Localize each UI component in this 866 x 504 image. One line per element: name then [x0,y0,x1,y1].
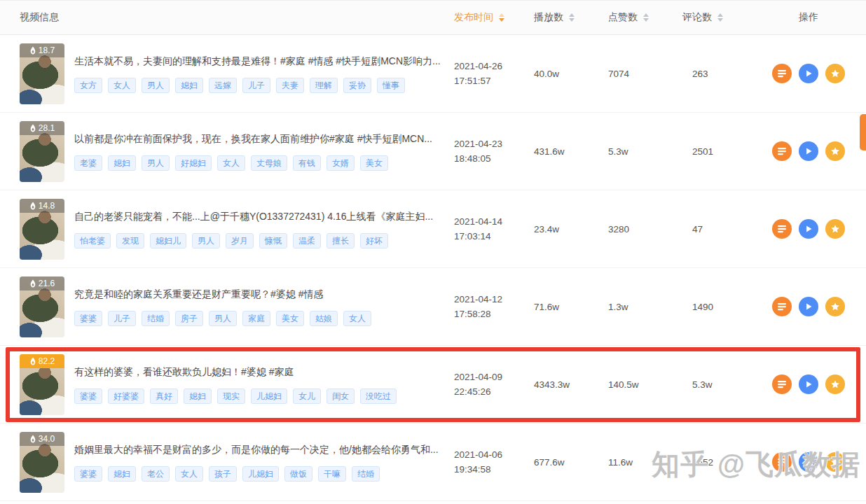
video-title[interactable]: 究竟是和睦的家庭关系重要还是财产重要呢？#婆媳 #情感 [74,288,371,300]
video-tag[interactable]: 远嫁 [209,78,237,93]
video-tag[interactable]: 好婆婆 [108,388,144,404]
video-thumbnail[interactable]: 18.7 [20,43,64,104]
video-tag[interactable]: 好坏 [360,233,388,248]
video-tag[interactable]: 有钱 [293,155,321,171]
video-tag[interactable]: 妥协 [343,78,371,93]
data-detail-button[interactable] [772,141,792,161]
edge-drawer-tab[interactable] [860,114,866,150]
video-tag[interactable]: 真好 [150,388,178,404]
column-header-publish-time[interactable]: 发布时间 [454,11,534,24]
data-list-icon [777,146,787,156]
video-tag[interactable]: 儿子 [108,311,136,326]
favorite-button[interactable] [825,64,845,83]
video-tag[interactable]: 女儿 [293,388,321,404]
video-tag[interactable]: 懂事 [377,78,405,93]
video-tag[interactable]: 老公 [142,466,170,482]
video-tag[interactable]: 怕老婆 [74,233,111,248]
play-video-button[interactable] [799,64,818,83]
video-tag[interactable]: 好媳妇 [175,155,212,171]
video-tag[interactable]: 媳妇 [184,388,212,404]
column-header-play-count[interactable]: 播放数 [534,11,608,24]
video-tag[interactable]: 女人 [217,155,245,171]
favorite-button[interactable] [825,452,845,472]
video-tag[interactable]: 姑娘 [310,311,338,326]
play-video-button[interactable] [799,219,818,239]
data-detail-button[interactable] [772,64,792,83]
video-tag[interactable]: 擅长 [327,233,355,248]
video-tag[interactable]: 媳妇 [108,466,136,482]
video-tag[interactable]: 媳妇 [108,155,136,171]
video-tag[interactable]: 慷慨 [259,233,287,248]
video-tag[interactable]: 儿媳妇 [242,466,279,482]
video-tag[interactable]: 男人 [209,311,237,326]
video-tag[interactable]: 夫妻 [276,78,304,93]
sort-caret-icon[interactable] [717,13,723,22]
video-title[interactable]: 生活本就不易，夫妻间的理解和支持最是难得！#家庭 #情感 #快手短剧MCN影响力… [74,55,441,67]
data-detail-button[interactable] [772,374,792,394]
video-tag[interactable]: 男人 [192,233,220,248]
sort-caret-icon[interactable] [569,13,575,22]
video-thumbnail[interactable]: 28.1 [20,121,64,182]
video-tag[interactable]: 发现 [116,233,144,248]
sort-caret-icon[interactable] [499,13,504,22]
video-tag[interactable]: 老婆 [74,155,102,171]
video-tag[interactable]: 女婿 [327,155,355,171]
video-tag[interactable]: 媳妇 [175,78,203,93]
video-title[interactable]: 自己的老婆只能宠着，不能...上@于千穗Y(O1337272431) 4.16上… [74,210,433,223]
heat-badge: 34.0 [20,432,64,446]
video-tag[interactable]: 房子 [175,311,203,326]
video-tag[interactable]: 儿子 [242,78,270,93]
video-tag[interactable]: 家庭 [242,311,270,326]
video-tag[interactable]: 理解 [310,78,338,93]
favorite-button[interactable] [825,219,845,239]
sort-caret-icon[interactable] [643,13,649,22]
video-title[interactable]: 婚姻里最大的幸福不是财富的多少，而是你做的每一个决定，他/她都会给你勇气和... [74,443,439,456]
video-thumbnail[interactable]: 14.8 [20,199,64,260]
video-tag[interactable]: 丈母娘 [251,155,287,171]
video-thumbnail[interactable]: 21.6 [20,276,64,337]
video-tag[interactable]: 干嘛 [318,466,346,482]
video-tag[interactable]: 孩子 [209,466,237,482]
publish-clock: 19:34:58 [454,462,534,477]
data-detail-button[interactable] [772,297,792,316]
column-header-like-count[interactable]: 点赞数 [608,11,682,24]
video-title[interactable]: 有这样的婆婆，看谁还敢欺负儿媳妇！#婆媳 #家庭 [74,365,397,378]
video-tag[interactable]: 儿媳妇 [251,388,287,404]
play-video-button[interactable] [799,141,818,161]
video-thumbnail[interactable]: 82.2 [20,354,64,415]
video-tag[interactable]: 女人 [343,311,371,326]
video-tag[interactable]: 美女 [360,155,388,171]
video-tag[interactable]: 婆婆 [74,466,102,482]
video-tag[interactable]: 没吃过 [360,388,397,404]
row-actions [769,374,866,394]
video-tag[interactable]: 结婚 [142,311,170,326]
video-tag[interactable]: 现实 [217,388,245,404]
play-icon [804,69,813,78]
video-tag[interactable]: 结婚 [352,466,380,482]
table-body: 18.7 生活本就不易，夫妻间的理解和支持最是难得！#家庭 #情感 #快手短剧M… [0,35,866,501]
video-tag[interactable]: 温柔 [293,233,321,248]
video-thumbnail[interactable]: 34.0 [20,432,64,493]
video-tag[interactable]: 男人 [142,78,170,93]
play-video-button[interactable] [799,374,818,394]
video-tag[interactable]: 男人 [142,155,170,171]
video-tag[interactable]: 岁月 [226,233,254,248]
video-tag[interactable]: 美女 [276,311,304,326]
favorite-button[interactable] [825,374,845,394]
play-video-button[interactable] [799,297,818,316]
video-tag[interactable]: 婆婆 [74,311,102,326]
video-tag[interactable]: 女方 [74,78,102,93]
data-detail-button[interactable] [772,219,792,239]
video-tag[interactable]: 媳妇儿 [150,233,186,248]
video-tag[interactable]: 女人 [175,466,203,482]
play-video-button[interactable] [799,452,818,472]
video-tag[interactable]: 闺女 [327,388,355,404]
video-tag[interactable]: 做饭 [284,466,312,482]
data-detail-button[interactable] [772,452,792,472]
video-tag[interactable]: 女人 [108,78,136,93]
favorite-button[interactable] [825,297,845,316]
video-title[interactable]: 以前都是你冲在前面保护我，现在，换我在家人面前维护你#家庭 #快手短剧MCN..… [74,132,432,145]
video-tag[interactable]: 婆婆 [74,388,102,404]
favorite-button[interactable] [825,141,845,161]
column-header-comment-count[interactable]: 评论数 [682,11,769,24]
